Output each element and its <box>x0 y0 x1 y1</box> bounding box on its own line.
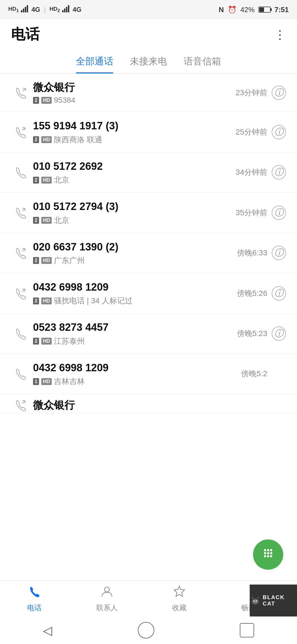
call-name-1: 微众银行 <box>33 81 236 94</box>
call-info-4: 010 5172 2794 (3) 2 HD 北京 <box>30 200 236 225</box>
hd-badge-4: HD <box>41 217 52 224</box>
tab-voicemail[interactable]: 语音信箱 <box>184 55 221 73</box>
call-type-icon-8 <box>11 367 30 380</box>
home-button[interactable] <box>138 622 154 638</box>
dialpad-fab[interactable] <box>253 539 283 570</box>
svg-point-34 <box>270 555 272 557</box>
call-item-6[interactable]: 0432 6998 1209 2 HD 骚扰电话 | 34 人标记过 傍晚5:2… <box>0 273 297 313</box>
call-item-7[interactable]: 0523 8273 4457 2 HD 江苏泰州 傍晚5:23 ⓘ <box>0 313 297 354</box>
call-time-wrap-8: 傍晚5:2 ⓘ <box>241 367 286 381</box>
nav-phone[interactable]: 电话 <box>27 585 42 613</box>
call-time-8: 傍晚5:2 <box>241 369 267 379</box>
call-item-9[interactable]: 微众银行 <box>0 394 297 413</box>
svg-marker-41 <box>251 596 254 599</box>
call-item-8[interactable]: 0432 6998 1209 1 HD 吉林吉林 傍晚5:2 ⓘ <box>0 354 297 394</box>
call-list: 微众银行 2 HD 95384 23分钟前 ⓘ 155 9194 1917 (3… <box>0 73 297 413</box>
sim-badge-2: 2 <box>33 136 39 143</box>
status-bar: HD1 4G | HD2 4G N ⏰ 42% 7 <box>0 0 297 19</box>
call-info-button-1[interactable]: ⓘ <box>272 86 286 100</box>
call-type-icon-1 <box>11 86 30 99</box>
call-time-6: 傍晚5:26 <box>237 288 268 299</box>
call-time-wrap-6: 傍晚5:26 ⓘ <box>237 286 286 301</box>
call-item-3[interactable]: 010 5172 2692 2 HD 北京 34分钟前 ⓘ <box>0 152 297 193</box>
hd-badge-8: HD <box>41 378 52 385</box>
call-item-4[interactable]: 010 5172 2794 (3) 2 HD 北京 35分钟前 ⓘ <box>0 193 297 233</box>
contacts-nav-icon <box>101 585 113 601</box>
call-info-button-3[interactable]: ⓘ <box>272 165 286 179</box>
more-options-button[interactable]: ⋮ <box>274 28 286 42</box>
tab-missed-calls[interactable]: 未接来电 <box>130 55 167 73</box>
svg-rect-0 <box>21 10 22 12</box>
call-info-3: 010 5172 2692 2 HD 北京 <box>30 160 236 185</box>
call-name-7: 0523 8273 4457 <box>33 321 237 334</box>
call-time-wrap-5: 傍晚6:33 ⓘ <box>237 246 286 260</box>
back-button[interactable]: ◁ <box>43 623 52 637</box>
carrier-info: HD1 4G | HD2 4G <box>8 5 81 14</box>
status-right: N ⏰ 42% 7:51 <box>219 6 289 14</box>
call-time-7: 傍晚5:23 <box>237 328 268 339</box>
call-location-7: 江苏泰州 <box>54 336 85 346</box>
call-type-icon-3 <box>11 166 30 179</box>
call-type-icon-6 <box>11 287 30 300</box>
call-name-6: 0432 6998 1209 <box>33 280 237 294</box>
recents-button[interactable] <box>240 623 254 637</box>
call-item-1[interactable]: 微众银行 2 HD 95384 23分钟前 ⓘ <box>0 73 297 112</box>
separator: | <box>44 6 46 13</box>
nav-favorites[interactable]: 收藏 <box>172 585 186 613</box>
battery-percent: 42% <box>240 6 255 14</box>
svg-line-25 <box>22 401 25 403</box>
call-name-5: 020 6637 1390 (2) <box>33 240 237 254</box>
call-location-6: 骚扰电话 | 34 人标记过 <box>54 296 133 306</box>
call-info-6: 0432 6998 1209 2 HD 骚扰电话 | 34 人标记过 <box>30 280 237 306</box>
call-time-3: 34分钟前 <box>236 167 267 178</box>
dialpad-icon <box>261 546 275 563</box>
call-type-icon-5 <box>11 246 30 260</box>
tab-all-calls[interactable]: 全部通话 <box>76 55 113 73</box>
svg-marker-36 <box>174 586 185 596</box>
battery-icon <box>258 7 271 13</box>
hd-badge-2: HD <box>41 136 52 143</box>
svg-marker-42 <box>257 596 259 599</box>
black-cat-icon <box>250 594 261 607</box>
page-title: 电话 <box>11 25 40 44</box>
svg-rect-6 <box>66 7 67 12</box>
svg-rect-3 <box>27 5 28 12</box>
contacts-nav-label: 联系人 <box>96 603 118 613</box>
call-item-2[interactable]: 155 9194 1917 (3) 2 HD 陕西商洛 联通 25分钟前 ⓘ <box>0 112 297 152</box>
call-location-4: 北京 <box>54 215 69 226</box>
hd-badge-3: HD <box>41 177 52 184</box>
tab-bar: 全部通话 未接来电 语音信箱 <box>0 50 297 73</box>
black-cat-text: BLACK CAT <box>263 594 297 607</box>
call-info-button-6[interactable]: ⓘ <box>272 286 286 301</box>
svg-point-33 <box>267 555 269 557</box>
call-info-button-2[interactable]: ⓘ <box>272 125 286 139</box>
sim-badge-1: 2 <box>33 97 39 104</box>
signal1-icon <box>21 5 29 14</box>
call-info-5: 020 6637 1390 (2) 2 HD 广东广州 <box>30 240 237 266</box>
svg-rect-4 <box>62 10 64 12</box>
signal2-icon <box>62 5 70 14</box>
black-cat-watermark: BLACK CAT <box>250 585 297 616</box>
nav-contacts[interactable]: 联系人 <box>96 585 118 613</box>
call-sub-5: 2 HD 广东广州 <box>33 255 237 266</box>
favorites-nav-icon <box>173 585 186 601</box>
home-bar: ◁ <box>0 616 297 644</box>
call-info-button-4[interactable]: ⓘ <box>272 206 286 220</box>
time-display: 7:51 <box>274 6 289 14</box>
hd-badge-5: HD <box>41 257 52 264</box>
call-sub-7: 2 HD 江苏泰州 <box>33 336 237 346</box>
call-item-5[interactable]: 020 6637 1390 (2) 2 HD 广东广州 傍晚6:33 ⓘ <box>0 233 297 273</box>
call-info-button-7[interactable]: ⓘ <box>272 326 286 341</box>
sim-badge-6: 2 <box>33 298 39 304</box>
svg-rect-1 <box>23 9 24 12</box>
call-sub-6: 2 HD 骚扰电话 | 34 人标记过 <box>33 296 237 306</box>
phone-nav-icon <box>28 585 41 601</box>
call-info-button-5[interactable]: ⓘ <box>272 246 286 260</box>
call-info-1: 微众银行 2 HD 95384 <box>30 81 236 105</box>
call-sub-8: 1 HD 吉林吉林 <box>33 376 241 387</box>
call-time-wrap-7: 傍晚5:23 ⓘ <box>237 326 286 341</box>
call-time-wrap-1: 23分钟前 ⓘ <box>236 86 286 100</box>
svg-point-35 <box>105 587 109 592</box>
call-sub-1: 2 HD 95384 <box>33 96 236 105</box>
phone-nav-label: 电话 <box>27 603 42 613</box>
